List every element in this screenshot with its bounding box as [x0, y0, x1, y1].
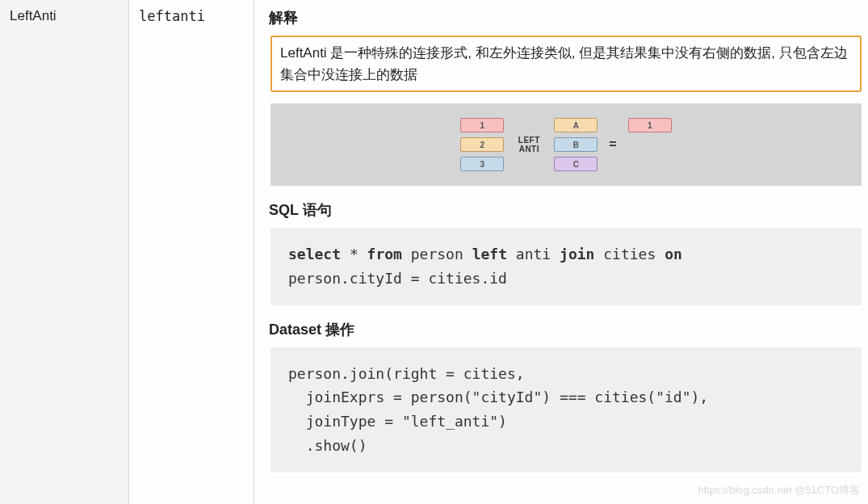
column-alias: leftanti — [129, 0, 254, 504]
diagram-box: A — [554, 118, 598, 132]
kw-from: from — [367, 246, 402, 262]
heading-explain: 解释 — [269, 8, 868, 27]
heading-dataset: Dataset 操作 — [269, 320, 868, 339]
diagram-right-set: A B C — [554, 118, 598, 171]
main-content: 解释 LeftAnti 是一种特殊的连接形式, 和左外连接类似, 但是其结果集中… — [254, 0, 868, 504]
column-name: LeftAnti — [0, 0, 129, 504]
dataset-code: person.join(right = cities, joinExprs = … — [270, 347, 862, 472]
ds-l3: joinType = "left_anti") — [288, 413, 507, 430]
sql-anti: anti — [516, 246, 551, 262]
kw-join: join — [560, 246, 594, 262]
kw-left: left — [472, 246, 507, 262]
sql-star: * — [350, 246, 359, 262]
ds-l1: person.join(right = cities, — [288, 365, 525, 382]
sql-cities: cities — [603, 246, 656, 262]
heading-sql: SQL 语句 — [269, 200, 868, 220]
explain-box: LeftAnti 是一种特殊的连接形式, 和左外连接类似, 但是其结果集中没有右… — [270, 36, 862, 92]
diagram-op-label: LEFT ANTI — [515, 136, 543, 153]
doc-page: LeftAnti leftanti 解释 LeftAnti 是一种特殊的连接形式… — [0, 0, 868, 504]
sql-person: person — [411, 246, 463, 262]
diagram-box: C — [554, 157, 598, 171]
diagram-box: 2 — [460, 137, 504, 152]
diagram-box: 1 — [460, 118, 504, 132]
diagram-left-set: 1 2 3 — [460, 118, 504, 171]
kw-on: on — [665, 246, 682, 262]
ds-l2: joinExprs = person("cityId") === cities(… — [288, 388, 708, 405]
diagram-box: 3 — [460, 157, 504, 171]
diagram-result-set: 1 — [628, 118, 672, 132]
sql-line2: person.cityId = cities.id — [288, 270, 507, 287]
diagram-box: B — [554, 137, 598, 152]
equals-icon: = — [609, 137, 616, 152]
leftanti-diagram: 1 2 3 LEFT ANTI A B C = 1 — [270, 103, 862, 186]
sql-code: select * from person left anti join citi… — [270, 228, 862, 304]
kw-select: select — [288, 246, 341, 262]
ds-l4: .show() — [288, 437, 367, 454]
diagram-box: 1 — [628, 118, 672, 132]
